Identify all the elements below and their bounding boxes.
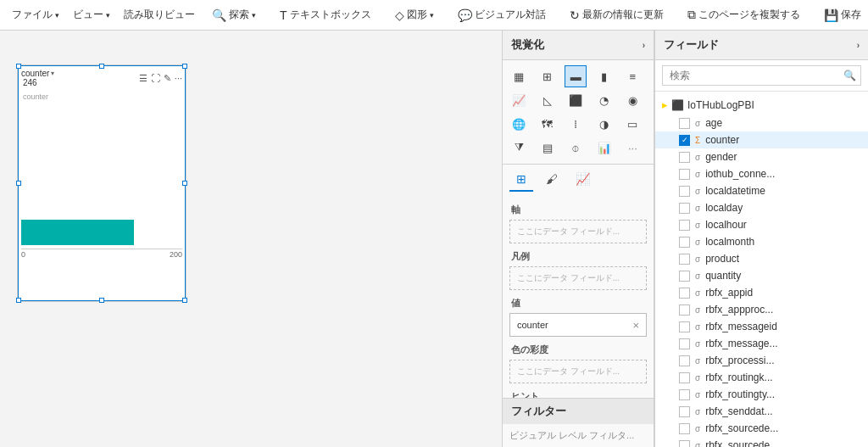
fields-item[interactable]: σrbfx_processi... [655, 352, 868, 369]
canvas-area[interactable]: counter ▾ 246 ☰ ⛶ ✎ ··· counter [0, 31, 502, 447]
viz-icon-donut[interactable]: ◉ [621, 89, 643, 111]
field-checkbox[interactable] [679, 372, 690, 383]
field-checkbox[interactable] [679, 254, 690, 265]
field-checkbox[interactable] [679, 169, 690, 180]
field-checkbox[interactable] [679, 203, 690, 214]
fields-item[interactable]: σrbfx_appproc... [655, 301, 868, 318]
handle-bl[interactable] [16, 298, 21, 303]
field-checkbox[interactable]: ✓ [679, 135, 690, 146]
field-checkbox[interactable] [679, 186, 690, 197]
fields-item[interactable]: ✓Σcounter [655, 131, 868, 148]
fields-item[interactable]: σlocalhour [655, 216, 868, 233]
viz-icon-bar[interactable]: ▬ [565, 65, 587, 87]
field-checkbox[interactable] [679, 288, 690, 299]
viz-icon-kpi[interactable]: 📊 [593, 137, 615, 159]
toolbar-explore[interactable]: 🔍 探索 ▾ [207, 4, 261, 25]
viz-icon-stacked[interactable]: ⬛ [565, 89, 587, 111]
color-drop-target[interactable]: ここにデータ フィールド... [509, 360, 647, 383]
fields-panel-chevron[interactable]: › [857, 41, 860, 50]
value-field-chip[interactable]: counter × [509, 313, 647, 337]
handle-br[interactable] [182, 298, 187, 303]
viz-icon-matrix[interactable]: ⊞ [537, 65, 559, 87]
viz-icon-table[interactable]: ▦ [508, 65, 530, 87]
field-checkbox[interactable] [679, 220, 690, 231]
value-field-remove[interactable]: × [632, 319, 639, 332]
toolbar-refresh[interactable]: ↻ 最新の情報に更新 [565, 4, 669, 25]
viz-icon-more[interactable]: ··· [621, 137, 643, 159]
fields-item[interactable]: σrbfx_message... [655, 335, 868, 352]
field-checkbox[interactable] [679, 355, 690, 366]
viz-panel-chevron[interactable]: › [643, 41, 645, 50]
handle-mr[interactable] [182, 181, 187, 186]
field-name: counter [705, 134, 739, 146]
field-name: product [705, 253, 739, 265]
menu-view[interactable]: ビュー ▾ [68, 4, 115, 25]
fields-item[interactable]: σgender [655, 148, 868, 165]
focus-icon[interactable]: ⛶ [151, 73, 160, 83]
chart-card[interactable]: counter ▾ 246 ☰ ⛶ ✎ ··· counter [17, 64, 186, 302]
fields-db-item[interactable]: ▸ ⬛ IoTHubLogPBI [655, 95, 868, 115]
viz-icon-column[interactable]: ▮ [593, 65, 615, 87]
viz-icon-line[interactable]: 📈 [508, 89, 530, 111]
legend-drop-target[interactable]: ここにデータ フィールド... [509, 266, 647, 290]
filters-section: フィルター ビジュアル レベル フィルタ... [503, 398, 654, 447]
viz-icon-treemap[interactable]: ▤ [537, 137, 559, 159]
filter-icon[interactable]: ☰ [139, 73, 147, 84]
fields-search-input[interactable] [662, 65, 861, 86]
field-checkbox[interactable] [679, 305, 690, 316]
fields-item[interactable]: σproduct [655, 250, 868, 267]
viz-icon-gauge[interactable]: ◑ [593, 113, 615, 135]
viz-icon-filled-map[interactable]: 🗺 [537, 113, 559, 135]
fields-item[interactable]: σiothub_conne... [655, 165, 868, 182]
field-checkbox[interactable] [679, 338, 690, 349]
filters-drop[interactable]: ビジュアル レベル フィルタ... [503, 424, 654, 447]
field-checkbox[interactable] [679, 237, 690, 248]
axis-drop-target[interactable]: ここにデータ フィールド... [509, 220, 647, 243]
viz-icon-map[interactable]: 🌐 [508, 113, 530, 135]
viz-tab-analytics[interactable]: 📈 [570, 168, 594, 192]
viz-icon-card[interactable]: ▭ [621, 113, 643, 135]
viz-icon-funnel[interactable]: ⌽ [565, 137, 587, 159]
toolbar-shapes[interactable]: ◇ 図形 ▾ [390, 4, 439, 25]
viz-icon-clustered-bar[interactable]: ≡ [621, 65, 643, 87]
field-checkbox[interactable] [679, 271, 690, 282]
menu-read-view[interactable]: 読み取りビュー [119, 4, 200, 25]
toolbar-save[interactable]: 💾 保存 [819, 4, 866, 25]
handle-tr[interactable] [182, 64, 187, 69]
viz-tab-fields[interactable]: ⊞ [509, 168, 533, 192]
edit-icon[interactable]: ✎ [164, 73, 171, 84]
fields-item[interactable]: σlocalmonth [655, 233, 868, 250]
fields-item[interactable]: σage [655, 115, 868, 131]
fields-item[interactable]: σquantity [655, 267, 868, 284]
more-chart-icon[interactable]: ··· [175, 73, 182, 83]
viz-tab-format[interactable]: 🖌 [540, 168, 564, 192]
fields-item[interactable]: σlocaldatetime [655, 182, 868, 199]
viz-icon-scatter[interactable]: ⁞ [565, 113, 587, 135]
viz-icon-area[interactable]: ◺ [537, 89, 559, 111]
fields-item[interactable]: σrbfx_routingk... [655, 369, 868, 386]
viz-icon-pie[interactable]: ◔ [593, 89, 615, 111]
field-type-icon: σ [695, 373, 700, 383]
fields-item[interactable]: σrbfx_sourcede... [655, 437, 868, 447]
field-checkbox[interactable] [679, 423, 690, 434]
field-checkbox[interactable] [679, 406, 690, 417]
toolbar-duplicate[interactable]: ⧉ このページを複製する [682, 4, 805, 25]
fields-item[interactable]: σrbfx_sourcede... [655, 420, 868, 437]
visual-dialog-icon: 💬 [458, 8, 472, 22]
field-checkbox[interactable] [679, 389, 690, 400]
fields-panel: フィールド › 🔍 ▸ ⬛ IoTHubLogPBI σage✓Σcounter… [654, 31, 868, 447]
handle-bm[interactable] [99, 298, 104, 303]
fields-item[interactable]: σrbfx_messageid [655, 318, 868, 335]
field-checkbox[interactable] [679, 152, 690, 163]
fields-item[interactable]: σlocalday [655, 199, 868, 216]
fields-item[interactable]: σrbfx_senddat... [655, 403, 868, 420]
field-checkbox[interactable] [679, 321, 690, 332]
viz-icon-slicer[interactable]: ⧩ [508, 137, 530, 159]
toolbar-textbox[interactable]: T テキストボックス [275, 4, 376, 25]
toolbar-visual-dialog[interactable]: 💬 ビジュアル対話 [453, 4, 551, 25]
menu-file[interactable]: ファイル ▾ [7, 4, 64, 25]
field-checkbox[interactable] [679, 118, 690, 129]
fields-item[interactable]: σrbfx_appid [655, 284, 868, 301]
field-checkbox[interactable] [679, 440, 690, 448]
fields-item[interactable]: σrbfx_routingty... [655, 386, 868, 403]
